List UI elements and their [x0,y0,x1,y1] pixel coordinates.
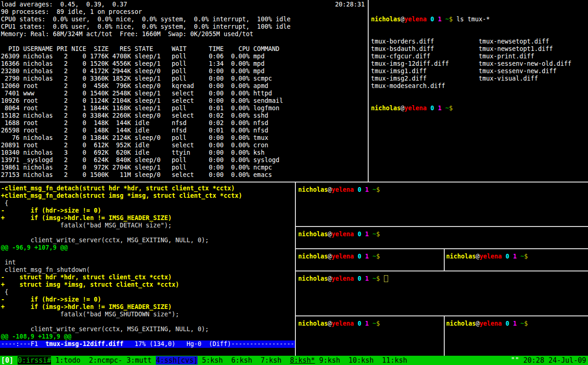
prompt-host: yelena [332,231,354,238]
diff-line [1,318,295,326]
prompt-flag0: 0 [358,231,361,238]
top-info-line: CPU1 states: 0.0% user, 0.0% nice, 0.0% … [1,23,368,31]
ls-file-row: tmux-bsdauth.diff tmux-newsetopt1.diff [371,45,588,53]
shell-prompt: nicholas@yelena 0 1 ~$ [298,186,588,194]
diff-line: + struct imsg *imsg, struct client_ctx *… [1,281,295,289]
prompt-flag0: 0 [430,16,434,23]
diff-line [1,252,295,259]
prompt-flag0: 0 [358,253,361,260]
status-clock: 20:28 24-Jul-09 [524,356,586,365]
prompt-tilde: ~ [520,253,524,260]
prompt-at: @ [328,231,332,238]
diff-line: - if (hdr->size != 0) [1,296,295,303]
prompt-user: nicholas [298,231,328,238]
diff-line: fatalx("bad MSG_DETACH size"); [1,222,295,229]
shell-pane-4[interactable]: nicholas@yelena 0 1 ~$ [445,249,588,271]
prompt-user: nicholas [298,186,328,193]
status-window-8-ksh-current[interactable]: 8:ksh* [290,356,315,365]
prompt-flag1: 1 [513,253,517,260]
shell-pane-1[interactable]: nicholas@yelena 0 1 ~$ [296,182,588,226]
top-table-row: 1688 root 2 0 148K 144K idle nfsd 0:02 0… [1,120,368,127]
mode-line-filename: tmux-imsg-12diff.diff [45,340,123,347]
terminal-top-process-monitor[interactable]: load averages: 0.45, 0.39, 0.37 20:28:31… [0,0,368,182]
prompt-flag1: 1 [438,16,441,23]
ls-file-row: tmux-imsg1.diff tmux-sessenv-new.diff [371,68,588,75]
diff-line: +client_msg_fn_detach(struct imsg *imsg,… [1,192,295,200]
window-border-v1[interactable] [444,249,445,271]
shell-prompt: nicholas@yelena 0 1 ~$ [446,253,588,260]
prompt-host: yelena [404,16,427,23]
diff-line: { [1,200,295,207]
top-info-line: Memory: Real: 68M/324M act/tot Free: 166… [1,31,368,38]
shell-pane-2[interactable]: nicholas@yelena 0 1 ~$ [296,227,588,248]
prompt-tilde: ~ [520,320,524,327]
prompt-dollar: $ [376,231,380,238]
prompt-tilde: ~ [372,253,376,260]
shell-pane-5-focused[interactable]: nicholas@yelena 0 1 ~$ [296,271,588,315]
ls-file-row: tmux-imsg-12diff.diff tmux-sessenv-new-o… [371,60,588,68]
terminal-cursor [384,275,388,282]
top-info-line: load averages: 0.45, 0.39, 0.37 20:28:31 [1,1,368,8]
prompt-tilde: ~ [372,231,376,238]
diff-line: @@ -96,9 +107,9 @@ [1,244,295,252]
window-border-h4[interactable] [296,315,588,316]
prompt-flag0: 0 [430,105,434,112]
prompt-tilde: ~ [372,320,376,327]
top-table-row: 20891 root 2 0 612K 952K idle select 0:0… [1,142,368,149]
top-table-row: 7401 www 2 0 1540K 2548K sleep/1 select … [1,90,368,97]
window-border-h3[interactable] [296,271,588,271]
prompt-user: nicholas [298,275,328,282]
prompt-user: nicholas [446,320,476,327]
status-window-list: [0] 0:irssi# 1:todo 2:ncmpc- 3:mutt 4:ss… [1,356,407,365]
status-bar: [0] 0:irssi# 1:todo 2:ncmpc- 3:mutt 4:ss… [0,356,588,365]
terminal-emacs-diff[interactable]: -client_msg_fn_detach(struct hdr *hdr, s… [0,182,295,356]
window-border-vertical-bottom[interactable] [295,182,296,356]
window-border-vertical-top[interactable] [368,0,369,182]
prompt-flag0: 0 [505,320,509,327]
shell-prompt: nicholas@yelena 0 1 ~$ [298,231,588,238]
status-window-4-ssh[interactable]: 4:ssh[cvs] [156,356,198,365]
prompt-at: @ [401,16,404,23]
prompt-at: @ [401,105,404,112]
prompt-tilde: ~ [445,16,449,23]
top-table-row: 8064 root 2 1 1844K 1168K sleep/1 poll 0… [1,105,368,112]
terminal-multiplexer-screen: load averages: 0.45, 0.39, 0.37 20:28:31… [0,0,588,365]
prompt-host: yelena [332,275,354,282]
status-windows-9-11[interactable]: 9:ksh 10:ksh 11:ksh [315,356,407,365]
top-table-row: 76 nicholas 2 0 1384K 2124K sleep/0 poll… [1,134,368,142]
blank-line [1,38,368,45]
prompt-flag0: 0 [358,320,361,327]
prompt-flag1: 1 [513,320,517,327]
prompt-dollar: $ [449,105,453,112]
window-border-h2[interactable] [296,248,588,249]
window-border-v2[interactable] [444,316,445,356]
shell-pane-6[interactable]: nicholas@yelena 0 1 ~$ [296,316,444,356]
mode-line-info: 17% (134,0) Hg-0 (Diff) [123,340,231,347]
prompt-host: yelena [479,253,502,260]
shell-prompt: nicholas@yelena 0 1 ~$ ls tmux-* [371,16,588,23]
mode-line-prefix: ----:---F1 [1,340,45,347]
ls-file-row: tmux-imsg2.diff tmux-visual.diff [371,75,588,82]
prompt-flag0: 0 [358,186,361,193]
prompt-user: nicholas [371,105,401,112]
terminal-shell-ls[interactable]: nicholas@yelena 0 1 ~$ ls tmux-* tmux-bo… [369,0,588,182]
status-windows-1-3[interactable]: 1:todo 2:ncmpc- 3:mutt [51,356,156,365]
prompt-flag1: 1 [365,253,369,260]
mode-line-fill: ----------------- [231,340,294,347]
status-session-indicator[interactable]: [0] [1,356,18,365]
diff-line: fatalx("bad MSG_SHUTDOWN size"); [1,311,295,318]
shell-pane-3[interactable]: nicholas@yelena 0 1 ~$ [296,249,444,271]
top-table-row: 2790 nicholas 2 0 3360K 1852K sleep/1 po… [1,75,368,82]
prompt-host: yelena [332,186,354,193]
top-info-line: 90 processes: 89 idle, 1 on processor [1,8,368,16]
status-session-title: "" [511,356,523,365]
top-table-row: 19861 nicholas 2 0 972K 2704K sleep/1 po… [1,164,368,171]
shell-prompt: nicholas@yelena 0 1 ~$ [371,105,588,112]
shell-pane-7[interactable]: nicholas@yelena 0 1 ~$ [445,316,588,356]
prompt-flag1: 1 [438,105,441,112]
window-border-h1[interactable] [296,226,588,227]
diff-line: client_write_server(cctx, MSG_EXITING, N… [1,237,295,244]
window-border-horizontal-main[interactable] [0,182,588,182]
status-window-0-irssi[interactable]: 0:irssi# [18,356,51,365]
status-windows-5-7[interactable]: 5:ksh 6:ksh 7:ksh [198,356,290,365]
